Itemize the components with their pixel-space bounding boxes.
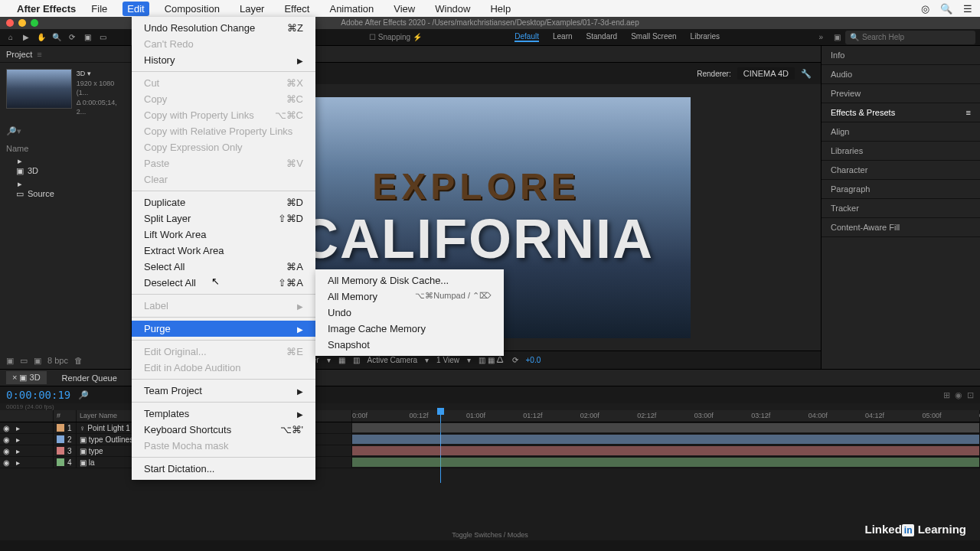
panel-tracker[interactable]: Tracker [822,199,980,218]
camera-tool-icon[interactable]: ▣ [81,31,93,44]
workspace-overflow-icon[interactable]: » [818,33,823,41]
panel-libraries[interactable]: Libraries [822,142,980,161]
help-search[interactable]: 🔍 Search Help [845,31,975,44]
menu-help[interactable]: Help [485,2,515,16]
edit-menu-item[interactable]: Templates▶ [132,406,315,422]
panel-info[interactable]: Info [822,46,980,65]
renderer-value[interactable]: CINEMA 4D [737,67,795,80]
edit-menu-item[interactable]: Extract Work Area [132,243,315,259]
text-explore: EXPLORE [372,165,580,207]
tl-search-icon[interactable]: 🔎 [78,390,89,400]
camera-dropdown-icon[interactable]: ▥ [353,356,360,364]
tl-icon[interactable]: ◉ [955,390,962,400]
edit-menu-item[interactable]: Duplicate⌘D [132,194,315,210]
workspace-tab-small-screen[interactable]: Small Screen [631,32,676,42]
edit-menu-item[interactable]: Team Project▶ [132,383,315,399]
trash-icon[interactable]: 🗑 [74,356,83,366]
refresh-icon[interactable]: ⟳ [512,356,518,364]
menu-view[interactable]: View [389,2,420,16]
edit-menu-item[interactable]: Lift Work Area [132,227,315,243]
menu-layer[interactable]: Layer [235,2,270,16]
panel-align[interactable]: Align [822,122,980,142]
purge-menu-item[interactable]: Snapshot [315,337,504,353]
ruler-tick: 05:00f [923,412,942,419]
workspace-tab-default[interactable]: Default [514,32,539,42]
workspace-tab-learn[interactable]: Learn [553,32,573,42]
exposure-value[interactable]: +0.0 [526,356,541,364]
menu-edit[interactable]: Edit [122,2,149,16]
panel-paragraph[interactable]: Paragraph [822,180,980,199]
purge-menu-item[interactable]: All Memory⌥⌘Numpad / ⌃⌦ [315,289,504,305]
tl-icon[interactable]: ⊡ [967,390,974,400]
app-name[interactable]: After Effects [17,3,76,15]
transparency-icon[interactable]: ▦ [338,356,345,364]
edit-menu-item[interactable]: Start Dictation... [132,461,315,477]
bpc-toggle[interactable]: 8 bpc [47,356,68,366]
minimize-icon[interactable] [18,19,26,27]
edit-menu-item: Can't Redo [132,36,315,52]
comp-thumbnail[interactable] [6,69,72,109]
project-item[interactable]: ▸ ▭Source [6,178,125,201]
ruler-tick: 03:12f [751,412,770,419]
purge-menu-item[interactable]: Image Cache Memory [315,321,504,337]
panel-preview[interactable]: Preview [822,84,980,103]
tool-icons[interactable]: ⌂ ▶ ✋ 🔍 ⟳ ▣ ▭ [5,31,109,44]
menu-icon[interactable]: ☰ [963,3,972,15]
menu-file[interactable]: File [87,2,112,16]
comp-icon[interactable]: ▣ [34,356,41,366]
comp-badge: 3D ▾ [77,69,125,79]
panel-button-icon[interactable]: ▣ [834,33,841,41]
project-search-icon[interactable]: 🔎▾ [6,126,21,135]
timeline-tab[interactable]: × ▣ 3D [6,371,47,384]
panel-content-aware-fill[interactable]: Content-Aware Fill [822,218,980,237]
menu-effect[interactable]: Effect [279,2,314,16]
menu-window[interactable]: Window [430,2,475,16]
shape-tool-icon[interactable]: ▭ [96,31,109,44]
active-camera-dropdown[interactable]: Active Camera [368,356,418,364]
maximize-icon[interactable] [31,19,38,27]
purge-menu-item[interactable]: Undo [315,305,504,321]
menu-composition[interactable]: Composition [160,2,224,16]
wrench-icon[interactable]: 🔧 [801,69,812,79]
purge-menu-item[interactable]: All Memory & Disk Cache... [315,272,504,289]
project-item[interactable]: ▸ ▣3D [6,155,125,178]
cc-icon[interactable]: ◎ [921,3,929,15]
edit-menu-item[interactable]: Deselect All⇧⌘A [132,275,315,291]
current-timecode[interactable]: 0:00:00:19 [6,389,70,401]
ruler-tick: 02:12f [637,412,656,419]
panel-character[interactable]: Character [822,161,980,180]
interpret-icon[interactable]: ▣ [6,356,14,366]
edit-menu-item[interactable]: Keyboard Shortcuts⌥⌘' [132,422,315,438]
timeline-tab[interactable]: Render Queue [56,372,123,384]
mac-menubar: After Effects FileEditCompositionLayerEf… [0,0,980,17]
search-icon[interactable]: 🔍 [940,3,952,15]
edit-menu-item: Cut⌘X [132,75,315,91]
edit-menu-item[interactable]: Undo Resolution Change⌘Z [132,20,315,36]
comp-duration: Δ 0:00:05;14, 2... [77,98,125,117]
close-icon[interactable] [6,19,14,27]
tl-icon[interactable]: ⊞ [943,390,950,400]
workspace-tab-libraries[interactable]: Libraries [691,32,720,42]
zoom-tool-icon[interactable]: 🔍 [51,31,63,44]
project-name-header[interactable]: Name [6,142,125,155]
toggle-switches-button[interactable]: Toggle Switches / Modes [452,531,528,539]
edit-menu-item[interactable]: History▶ [132,52,315,68]
workspace-tab-standard[interactable]: Standard [586,32,618,42]
selection-tool-icon[interactable]: ▶ [20,31,32,44]
draft3d-icon[interactable]: ▥ ▦ 🛆 [479,356,505,364]
window-controls[interactable] [6,19,38,27]
edit-menu-item: Clear [132,171,315,187]
rotate-tool-icon[interactable]: ⟳ [66,31,78,44]
snapping-toggle[interactable]: ☐ Snapping ⚡ [369,33,422,41]
views-dropdown[interactable]: 1 View [436,356,459,364]
panel-audio[interactable]: Audio [822,65,980,84]
folder-icon[interactable]: ▭ [20,356,28,366]
edit-menu-item: Label▶ [132,298,315,314]
panel-effects-presets[interactable]: Effects & Presets ≡ [822,103,980,122]
edit-menu-item[interactable]: Split Layer⇧⌘D [132,210,315,227]
edit-menu-item[interactable]: Purge▶ [132,321,315,337]
home-icon[interactable]: ⌂ [5,31,17,44]
edit-menu-item[interactable]: Select All⌘A [132,259,315,275]
menu-animation[interactable]: Animation [325,2,378,16]
hand-tool-icon[interactable]: ✋ [35,31,47,44]
